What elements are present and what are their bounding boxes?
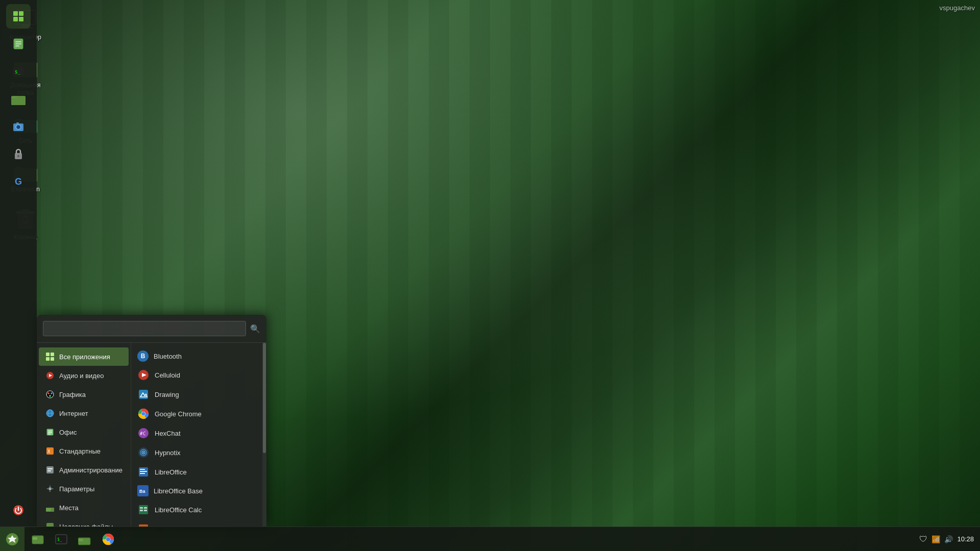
sidebar-icon-folder[interactable] xyxy=(6,87,31,111)
sidebar-icon-apps-grid[interactable] xyxy=(6,4,31,29)
svg-point-50 xyxy=(51,392,53,394)
svg-rect-67 xyxy=(46,523,54,527)
category-settings-label: Параметры xyxy=(59,485,94,493)
category-graphics[interactable]: Графика xyxy=(39,385,129,404)
svg-point-64 xyxy=(48,487,52,490)
scrollbar-thumb[interactable] xyxy=(263,343,266,453)
sidebar-icon-files[interactable] xyxy=(6,32,31,56)
category-all[interactable]: Все приложения xyxy=(39,347,129,366)
app-drawing[interactable]: Drawing xyxy=(131,385,262,404)
category-internet-label: Интернет xyxy=(59,410,88,417)
scrollbar-track[interactable] xyxy=(262,343,266,527)
svg-rect-89 xyxy=(140,507,143,509)
taskbar-app-terminal[interactable]: $_ xyxy=(50,528,72,550)
search-input[interactable] xyxy=(43,321,246,336)
svg-rect-25 xyxy=(15,41,21,42)
svg-rect-101 xyxy=(32,537,37,540)
celluloid-icon xyxy=(137,369,150,381)
app-libreoffice-calc[interactable]: LibreOffice Calc xyxy=(131,500,262,519)
hexchat-icon: # C xyxy=(137,427,150,439)
svg-rect-58 xyxy=(48,434,51,435)
app-menu: 🔍 Все приложения xyxy=(37,315,266,527)
app-libreoffice-calc-label: LibreOffice Calc xyxy=(155,506,202,514)
app-celluloid[interactable]: Celluloid xyxy=(131,365,262,385)
category-settings[interactable]: Параметры xyxy=(39,480,129,498)
app-drawing-label: Drawing xyxy=(155,391,179,398)
app-hexchat[interactable]: # C HexChat xyxy=(131,423,262,443)
svg-rect-90 xyxy=(144,507,147,509)
svg-rect-93 xyxy=(139,524,148,527)
app-celluloid-label: Celluloid xyxy=(155,371,180,379)
drawing-icon xyxy=(137,388,150,400)
svg-rect-43 xyxy=(46,357,50,361)
sidebar-icon-lock[interactable] xyxy=(6,142,31,166)
search-icon[interactable]: 🔍 xyxy=(250,324,260,334)
category-av-label: Аудио и видео xyxy=(59,372,104,380)
svg-point-81 xyxy=(143,452,144,454)
category-admin-label: Администрирование xyxy=(59,466,122,474)
app-libreoffice-base-label: LibreOffice Base xyxy=(154,487,203,495)
category-standard-label: Стандартные xyxy=(59,447,101,455)
taskbar-start-button[interactable] xyxy=(0,527,24,552)
app-chrome-label: Google Chrome xyxy=(155,410,202,418)
svg-rect-41 xyxy=(46,353,50,356)
svg-point-110 xyxy=(106,537,110,541)
taskbar-apps: $_ xyxy=(24,528,121,550)
svg-text:X: X xyxy=(47,449,51,454)
svg-rect-42 xyxy=(51,353,54,356)
app-chrome[interactable]: Google Chrome xyxy=(131,404,262,423)
sidebar-panel: $_ G xyxy=(0,0,37,527)
svg-text:$_: $_ xyxy=(15,69,20,74)
taskbar-time-display: 10:28 xyxy=(957,535,974,543)
svg-rect-62 xyxy=(47,468,53,469)
svg-text:$_: $_ xyxy=(57,537,62,542)
app-hypnotix-label: Hypnotix xyxy=(155,449,181,457)
app-hexchat-label: HexChat xyxy=(155,430,181,437)
categories-panel: Все приложения Аудио и видео xyxy=(37,343,131,527)
svg-rect-85 xyxy=(140,473,145,474)
chrome-icon xyxy=(137,408,150,420)
svg-rect-66 xyxy=(46,508,51,511)
svg-point-74 xyxy=(142,412,145,416)
app-libreoffice[interactable]: LibreOffice xyxy=(131,462,262,482)
category-audio-video[interactable]: Аудио и видео xyxy=(39,366,129,385)
sidebar-icon-terminal[interactable]: $_ xyxy=(6,59,31,84)
svg-rect-26 xyxy=(15,43,21,44)
taskbar: $_ 🛡 📶 🔊 10:28 xyxy=(0,527,980,551)
svg-point-51 xyxy=(49,395,51,397)
svg-point-35 xyxy=(17,126,20,129)
app-hypnotix[interactable]: Hypnotix xyxy=(131,443,262,462)
svg-text:Ba: Ba xyxy=(139,489,145,494)
menu-content: Все приложения Аудио и видео xyxy=(37,343,266,527)
category-graphics-label: Графика xyxy=(59,391,86,398)
taskbar-app-files-green[interactable] xyxy=(74,528,96,550)
svg-point-49 xyxy=(47,392,50,394)
svg-text:C: C xyxy=(143,431,145,436)
sidebar-icon-power[interactable] xyxy=(6,498,31,522)
taskbar-shield-icon: 🛡 xyxy=(919,535,927,544)
libreoffice-calc-icon xyxy=(137,504,150,516)
svg-rect-61 xyxy=(46,466,54,473)
category-recent[interactable]: Недавние файлы xyxy=(39,517,129,527)
svg-rect-22 xyxy=(13,17,18,21)
taskbar-time[interactable]: 10:28 xyxy=(957,535,974,543)
app-libreoffice-base[interactable]: Ba LibreOffice Base xyxy=(131,482,262,500)
sidebar-icon-google[interactable]: G xyxy=(6,169,31,194)
app-bluetooth[interactable]: B Bluetooth xyxy=(131,347,262,365)
category-internet[interactable]: Интернет xyxy=(39,404,129,422)
svg-rect-106 xyxy=(78,539,83,541)
app-libreoffice-draw[interactable]: LibreOffice Draw xyxy=(131,519,262,527)
taskbar-app-chrome[interactable] xyxy=(97,528,119,550)
category-places[interactable]: Места xyxy=(39,498,129,517)
category-admin[interactable]: Администрирование xyxy=(39,461,129,479)
svg-rect-21 xyxy=(19,11,23,16)
svg-rect-91 xyxy=(140,510,143,511)
app-libreoffice-label: LibreOffice xyxy=(155,468,187,476)
bluetooth-icon: B xyxy=(137,350,149,362)
sidebar-icon-camera[interactable] xyxy=(6,114,31,139)
svg-rect-32 xyxy=(11,97,26,105)
svg-rect-36 xyxy=(16,122,19,124)
category-office[interactable]: Офис xyxy=(39,423,129,441)
category-standard[interactable]: X Стандартные xyxy=(39,442,129,460)
taskbar-app-files[interactable] xyxy=(27,528,49,550)
